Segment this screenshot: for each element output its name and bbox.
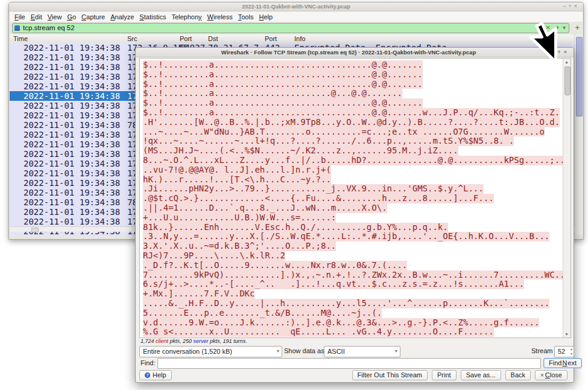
find-next-button[interactable]: Find Next — [543, 358, 582, 368]
stream-content: $..!.........a..........................… — [140, 59, 563, 337]
menu-item-wireless[interactable]: Wireless — [207, 13, 233, 21]
scroll-down-icon[interactable]: ▼ — [563, 331, 570, 337]
follow-stream-dialog: Wireshark · Follow TCP Stream (tcp.strea… — [135, 47, 574, 383]
back-button[interactable]: Back — [505, 370, 531, 380]
menu-item-file[interactable]: File — [14, 13, 25, 21]
display-filter-input[interactable]: tcp.stream eq 52 ✕ ➜ ▾ — [12, 23, 569, 33]
find-next-label: N — [562, 359, 567, 368]
hscroll-button[interactable] — [31, 228, 39, 232]
column-header-dst[interactable]: Dst — [208, 35, 218, 42]
stream-line-text: hK.)...r.....!...[T.<\.h...C...~y.?.. — [143, 175, 331, 185]
packet-cell: 2022-11-01 19:34:38 — [24, 139, 120, 149]
dialog-title: Wireshark · Follow TCP Stream (tcp.strea… — [142, 49, 555, 56]
find-next-label: ext — [567, 359, 577, 368]
menu-item-telephony[interactable]: Telephony — [171, 13, 201, 21]
packet-table-header: TimeSrcPortDstPortInfo — [10, 34, 583, 43]
packet-cell: 2022-11-01 19:34:38 — [24, 62, 120, 72]
packet-cell: 2022-11-01 19:34:38 — [24, 217, 120, 226]
stats-text: pkts, 250 — [168, 338, 194, 344]
stream-line-text: 7.........9kPvQ)...........].)x.,.~.n.+.… — [143, 270, 563, 280]
stream-line-text: 81k..}......Enh.......V.Esc.h..Q./......… — [143, 223, 448, 232]
stream-line-text: ..vu-7!@.@@AY@. l..J].eh...l.]n.r.j+( — [143, 165, 331, 175]
show-data-as-select[interactable]: ASCII ▾ — [324, 346, 400, 357]
stream-line-text: v.d......9.W.=o....J.k......:)..].e.@.k.… — [143, 318, 539, 328]
stream-line: .3..N,y...=......y...X.[./S..W.qE.*....L… — [143, 231, 563, 241]
stream-line: (MS...JH.J~....(.<..%$N......~/.K2....z.… — [143, 145, 563, 155]
main-window-title: 2022-11-01-Qakbot-with-VNC-activity.pcap — [9, 4, 583, 10]
stream-line: RJ<)7...9P....\....\.k.lR..2 — [143, 251, 563, 260]
conversation-select[interactable]: Entire conversation (1,520 kB) ▾ — [139, 346, 282, 357]
find-input[interactable] — [157, 358, 541, 369]
stream-line: .Ji......pHN2y...>..79..}..........._j..… — [143, 184, 563, 193]
packet-cell: 2022-11-01 19:34:38 — [24, 72, 120, 82]
stream-number-value: 52 — [558, 348, 565, 355]
stream-content-pane[interactable]: $..!.........a..........................… — [139, 58, 571, 338]
close-button[interactable]: ×Close — [535, 370, 567, 380]
packet-cell: 2022-11-01 19:34:38 — [24, 101, 120, 110]
spinner-arrows-icon[interactable]: ▴▾ — [571, 347, 572, 356]
stream-line-text: $..!.........a..........................… — [143, 80, 423, 89]
maximize-icon[interactable]: + — [568, 3, 574, 9]
packet-cell: 2022-11-01 19:34:38 — [24, 149, 120, 159]
packet-cell: 2022-11-01 19:34:38 — [24, 82, 120, 91]
menu-item-help[interactable]: Help — [259, 13, 273, 21]
stream-line-text: +...U.u...........U.B.)W.W...s=......: — [143, 213, 336, 223]
chevron-down-icon: ▾ — [395, 347, 397, 356]
menu-item-statistics[interactable]: Statistics — [139, 13, 166, 21]
filter-toolbar: tcp.stream eq 52 ✕ ➜ ▾ + — [10, 22, 583, 35]
stream-line: %.G s<.......x..U.......... qE.....L... … — [143, 327, 563, 336]
menu-item-go[interactable]: Go — [67, 13, 76, 21]
stream-line-text: $..!.........a..........................… — [143, 60, 423, 70]
stream-line-text: .....&._.H.F..D..y.....|...h..........y.… — [143, 299, 549, 308]
stream-scrollbar-thumb[interactable] — [564, 66, 571, 95]
packet-cell: 2022-11-01 19:34:38 — [24, 53, 120, 62]
stats-server: server — [194, 338, 209, 344]
main-titlebar[interactable]: 2022-11-01-Qakbot-with-VNC-activity.pcap… — [9, 2, 583, 11]
column-header-port[interactable]: Port — [265, 35, 277, 42]
help-label: Help — [153, 371, 166, 380]
close-icon[interactable]: × — [574, 3, 580, 9]
menu-item-view[interactable]: View — [48, 13, 62, 21]
column-header-info[interactable]: Info — [294, 35, 305, 42]
cursor-arrow-icon — [516, 22, 572, 65]
help-icon: ? — [145, 372, 150, 378]
stream-line-text: .Ji......pHN2y...>..79..}..........._j..… — [143, 184, 484, 194]
stream-line: .||.4=1......D...`.q...8._...J..wN...m..… — [143, 203, 563, 213]
stream-line: ._D.f?..K.t[..O.....9.......w....Nx.r8.w… — [143, 260, 563, 270]
main-window-controls: –+× — [563, 3, 580, 9]
stream-scrollbar[interactable]: ▲ ▼ — [563, 59, 571, 337]
dialog-titlebar[interactable]: Wireshark · Follow TCP Stream (tcp.strea… — [136, 48, 574, 57]
menu-item-capture[interactable]: Capture — [81, 13, 105, 21]
menu-item-tools[interactable]: Tools — [238, 13, 254, 21]
find-next-label: Find — [549, 359, 561, 368]
stream-line: $..!.........a..........................… — [143, 79, 563, 89]
filter-bookmark-icon[interactable] — [14, 25, 20, 31]
menu-item-analyze[interactable]: Analyze — [110, 13, 134, 21]
stream-line: .....&._.H.F..D..y.....|...h..........y.… — [143, 298, 563, 308]
filter-out-stream-button[interactable]: Filter Out This Stream — [352, 370, 428, 380]
packet-cell: 2022-11-01 19:34:38 — [24, 178, 120, 188]
stream-line-text: ._D.f?..K.t[..O.....9.......w....Nx.r8.w… — [143, 261, 407, 270]
print-button[interactable]: Print — [432, 370, 457, 380]
stream-line: +.Mx.]......7.F.V..DKc — [143, 289, 563, 298]
column-header-time[interactable]: Time — [13, 35, 28, 42]
packet-list-scrollbar[interactable] — [574, 34, 583, 235]
scrollbar-thumb[interactable] — [576, 37, 583, 117]
stream-line: .H'.......[W..@..B..%.|.b..;xM.9Tp8...y.… — [143, 117, 563, 127]
column-header-port[interactable]: Port — [180, 35, 192, 42]
help-button[interactable]: ?Help — [139, 370, 172, 380]
stream-line: 5.......E...p..e......._t.&/B......M@...… — [143, 308, 563, 318]
filter-add-button[interactable]: + — [575, 24, 580, 31]
stream-number-spinner[interactable]: 52 ▴▾ — [554, 346, 574, 357]
stream-line: .@$t.cQ.>.}.............<....{..Fu....&.… — [143, 193, 563, 203]
stream-line-text: $..!.........a.......................@..… — [143, 89, 402, 98]
stream-line-text: %.G s<.......x..U.......... qE.....L... … — [143, 327, 494, 337]
packet-cell: 2022-11-01 19:34:38 — [24, 91, 120, 101]
column-header-src[interactable]: Src — [127, 35, 138, 42]
packet-cell: 2022-11-01 19:34:38 — [24, 188, 120, 197]
stream-line: 7.........9kPvQ)...........].)x.,.~.n.+.… — [143, 270, 563, 280]
packet-cell: 2022-11-01 19:34:38 — [24, 130, 120, 139]
menu-item-edit[interactable]: Edit — [31, 13, 42, 21]
save-as-button[interactable]: Save as... — [461, 370, 501, 380]
stats-text: pkts, 191 turns. — [209, 338, 247, 344]
